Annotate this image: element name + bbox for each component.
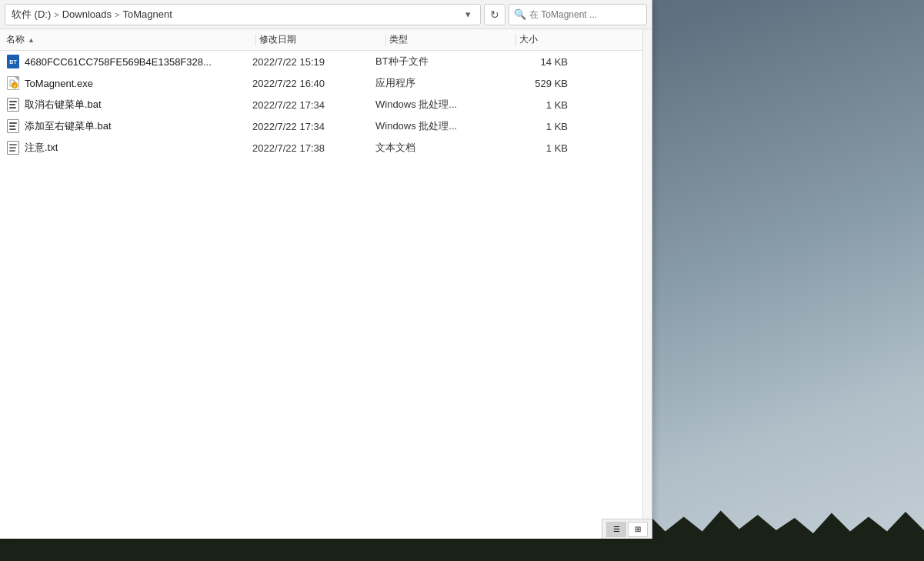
file-icon — [6, 98, 20, 112]
table-row[interactable]: 添加至右键菜单.bat 2022/7/22 17:34 Windows 批处理.… — [0, 115, 642, 137]
refresh-button[interactable]: ↻ — [484, 4, 505, 25]
breadcrumb-sep1: > — [54, 10, 58, 19]
file-type: BT种子文件 — [375, 55, 499, 68]
col-size-label: 大小 — [519, 34, 538, 45]
address-bar: 软件 (D:) > Downloads > ToMagnent ▾ ↻ 🔍 — [0, 0, 652, 29]
file-type: Windows 批处理... — [375, 119, 499, 133]
search-box[interactable]: 🔍 — [509, 4, 647, 25]
breadcrumb-path[interactable]: 软件 (D:) > Downloads > ToMagnent ▾ — [5, 4, 481, 25]
sort-arrow-icon: ▲ — [28, 36, 35, 44]
col-date-label: 修改日期 — [259, 34, 296, 45]
detail-view-button[interactable]: ⊞ — [628, 522, 648, 537]
col-type-label: 类型 — [389, 34, 408, 45]
file-icon — [6, 119, 20, 133]
search-input[interactable] — [529, 9, 637, 20]
file-date: 2022/7/22 17:34 — [252, 99, 375, 111]
table-row[interactable]: BT 4680FCC61CC758FE569B4E1358F328... 202… — [0, 51, 642, 72]
file-name-text: ToMagnent.exe — [25, 78, 93, 89]
list-view-button[interactable]: ☰ — [606, 522, 626, 537]
col-header-date[interactable]: 修改日期 — [259, 33, 382, 46]
col-divider-2 — [385, 34, 386, 46]
file-size: 1 KB — [499, 99, 568, 111]
file-name-text: 取消右键菜单.bat — [25, 98, 102, 112]
file-date: 2022/7/22 16:40 — [252, 78, 375, 89]
file-name-cell: BT 4680FCC61CC758FE569B4E1358F328... — [6, 55, 252, 68]
breadcrumb-downloads[interactable]: Downloads — [62, 8, 112, 20]
col-header-size[interactable]: 大小 — [519, 33, 589, 46]
file-type: 文本文档 — [375, 141, 499, 155]
file-name-cell: 添加至右键菜单.bat — [6, 119, 252, 133]
bat-icon — [7, 98, 19, 112]
content-area: 名称 ▲ 修改日期 类型 大小 — [0, 29, 652, 539]
file-name-text: 4680FCC61CC758FE569B4E1358F328... — [25, 56, 212, 68]
explorer-window: 软件 (D:) > Downloads > ToMagnent ▾ ↻ 🔍 名称 — [0, 0, 652, 539]
torrent-icon: BT — [7, 55, 19, 68]
col-name-label: 名称 — [6, 33, 25, 46]
file-rows-container: BT 4680FCC61CC758FE569B4E1358F328... 202… — [0, 51, 642, 539]
file-icon: BT — [6, 55, 20, 68]
file-icon: ✓ — [6, 76, 20, 90]
file-name-cell: 注意.txt — [6, 141, 252, 155]
file-name-cell: ✓ ToMagnent.exe — [6, 76, 252, 90]
file-date: 2022/7/22 17:34 — [252, 121, 375, 132]
col-header-name[interactable]: 名称 ▲ — [6, 33, 252, 46]
table-row[interactable]: 注意.txt 2022/7/22 17:38 文本文档 1 KB — [0, 137, 642, 159]
exe-icon: ✓ — [7, 76, 19, 90]
file-type: 应用程序 — [375, 76, 499, 90]
col-header-type[interactable]: 类型 — [389, 33, 512, 46]
view-toggle: ☰ ⊞ — [602, 519, 652, 539]
file-name-text: 注意.txt — [25, 141, 58, 155]
file-size: 14 KB — [499, 56, 568, 68]
column-headers: 名称 ▲ 修改日期 类型 大小 — [0, 29, 642, 51]
breadcrumb-tomagent[interactable]: ToMagnent — [122, 8, 172, 20]
table-row[interactable]: ✓ ToMagnent.exe 2022/7/22 16:40 应用程序 529… — [0, 72, 642, 94]
breadcrumb-drive[interactable]: 软件 (D:) — [12, 8, 51, 22]
file-name-cell: 取消右键菜单.bat — [6, 98, 252, 112]
desktop: 软件 (D:) > Downloads > ToMagnent ▾ ↻ 🔍 名称 — [0, 0, 924, 561]
file-date: 2022/7/22 17:38 — [252, 142, 375, 154]
file-size: 1 KB — [499, 142, 568, 154]
breadcrumb-chevron-icon[interactable]: ▾ — [462, 7, 474, 22]
table-row[interactable]: 取消右键菜单.bat 2022/7/22 17:34 Windows 批处理..… — [0, 94, 642, 115]
file-name-text: 添加至右键菜单.bat — [25, 119, 112, 133]
col-divider-1 — [255, 34, 256, 46]
scrollbar-track[interactable] — [642, 29, 652, 539]
bat-icon — [7, 119, 19, 133]
col-divider-3 — [515, 34, 516, 46]
file-list: 名称 ▲ 修改日期 类型 大小 — [0, 29, 642, 539]
breadcrumb-sep2: > — [115, 10, 119, 19]
search-icon: 🔍 — [514, 8, 526, 20]
file-type: Windows 批处理... — [375, 98, 499, 112]
file-icon — [6, 141, 20, 155]
file-size: 529 KB — [499, 78, 568, 89]
file-date: 2022/7/22 15:19 — [252, 56, 375, 68]
file-size: 1 KB — [499, 121, 568, 132]
txt-icon — [7, 141, 19, 155]
